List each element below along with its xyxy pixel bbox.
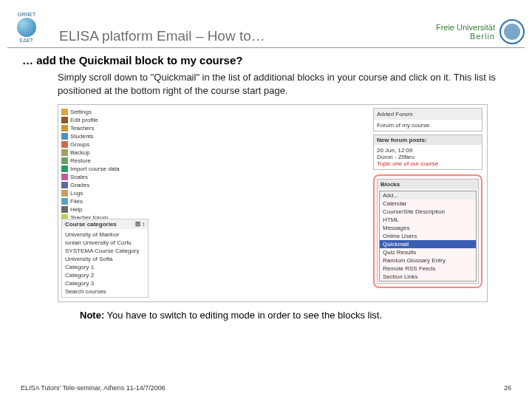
- admin-menu: SettingsEdit profileTeachersStudentsGrou…: [61, 108, 147, 222]
- admin-item[interactable]: Scales: [61, 173, 147, 181]
- admin-label: Students: [70, 133, 94, 140]
- admin-icon: [61, 190, 68, 197]
- blocks-item[interactable]: Online Users: [380, 232, 476, 240]
- category-item[interactable]: University of Maribor: [65, 231, 145, 239]
- new-posts-body: 20 Jun, 12:09 Doron - Zilfaro Topic one …: [374, 145, 482, 169]
- fu-berlin-logo: Freie Universität Berlin: [436, 19, 525, 44]
- admin-item[interactable]: Grades: [61, 181, 147, 189]
- note-label: Note:: [80, 310, 104, 321]
- admin-icon: [61, 206, 68, 213]
- blocks-item[interactable]: Quiz Results: [380, 248, 476, 256]
- admin-icon: [61, 157, 68, 164]
- categories-title: Course categories: [65, 221, 117, 228]
- admin-item[interactable]: Students: [61, 132, 147, 140]
- admin-label: Logs: [70, 190, 83, 197]
- category-item[interactable]: Category 3: [65, 279, 145, 287]
- admin-icon: [61, 174, 68, 180]
- blocks-item-quickmail[interactable]: Quickmail: [380, 240, 476, 248]
- admin-label: Import course data: [70, 166, 120, 172]
- category-item[interactable]: Search courses: [65, 287, 145, 296]
- category-item[interactable]: Category 2: [65, 271, 145, 279]
- admin-icon: [61, 125, 68, 132]
- added-forum-body: Forum of my course: [374, 120, 482, 131]
- added-forum-title: Added Forum: [374, 109, 482, 120]
- blocks-item[interactable]: Section Links: [380, 273, 476, 281]
- admin-item[interactable]: Restore: [61, 157, 147, 165]
- admin-icon: [61, 141, 68, 148]
- right-column: Added Forum Forum of my course New forum…: [373, 108, 482, 288]
- new-posts-box: New forum posts: 20 Jun, 12:09 Doron - Z…: [373, 134, 482, 170]
- admin-icon: [61, 198, 68, 205]
- category-item[interactable]: SYSTEMA Course Category: [65, 247, 145, 255]
- blocks-selected-wrap[interactable]: Quickmail: [380, 240, 476, 248]
- admin-label: Backup: [70, 149, 90, 156]
- admin-label: Help: [70, 206, 82, 213]
- added-forum-box: Added Forum Forum of my course: [373, 108, 482, 132]
- page-title: ELISA platform Email – How to…: [59, 28, 436, 44]
- categories-controls: ☒ ↕: [135, 221, 145, 228]
- section-subtitle: … add the Quickmail block to my course?: [22, 54, 510, 66]
- slide-content: … add the Quickmail block to my course? …: [0, 48, 532, 321]
- blocks-highlight: Blocks Add... CalendarCourse/Site Descri…: [373, 174, 482, 288]
- admin-label: Grades: [70, 182, 89, 188]
- fu-text: Freie Universität Berlin: [436, 23, 495, 41]
- category-item[interactable]: University of Sofia: [65, 255, 145, 263]
- admin-icon: [61, 133, 68, 140]
- admin-icon: [61, 109, 68, 115]
- admin-label: Teachers: [70, 125, 94, 132]
- blocks-title: Blocks: [378, 180, 478, 189]
- blocks-item[interactable]: Remote RSS Feeds: [380, 265, 476, 273]
- admin-icon: [61, 182, 68, 188]
- note-text: You have to switch to editing mode in or…: [104, 310, 382, 321]
- seal-icon: [499, 19, 525, 44]
- blocks-panel: Blocks Add... CalendarCourse/Site Descri…: [377, 179, 479, 284]
- categories-list: University of MariborIonian University o…: [62, 229, 148, 297]
- course-categories-box: Course categories ☒ ↕ University of Mari…: [61, 219, 149, 298]
- admin-icon: [61, 117, 68, 123]
- category-item[interactable]: Ionian University of Corfu: [65, 239, 145, 247]
- admin-icon: [61, 149, 68, 156]
- admin-item[interactable]: Files: [61, 197, 147, 205]
- admin-label: Settings: [70, 109, 92, 115]
- admin-item[interactable]: Help: [61, 205, 147, 214]
- new-posts-title: New forum posts:: [374, 135, 482, 145]
- blocks-list[interactable]: CalendarCourse/Site DescriptionHTMLMessa…: [380, 200, 476, 240]
- blocks-item[interactable]: Messages: [380, 224, 476, 232]
- blocks-add-label[interactable]: Add...: [380, 191, 476, 200]
- blocks-item[interactable]: HTML: [380, 216, 476, 224]
- globe-icon: [17, 18, 36, 37]
- admin-icon: [61, 166, 68, 172]
- admin-item[interactable]: Groups: [61, 140, 147, 149]
- blocks-item[interactable]: Course/Site Description: [380, 208, 476, 216]
- admin-label: Groups: [70, 141, 89, 148]
- blocks-list-cont[interactable]: Quiz ResultsRandom Glossary EntryRemote …: [380, 248, 476, 281]
- grnet-logo: GRNET ΕΔΕΤ: [7, 7, 46, 47]
- blocks-item[interactable]: Calendar: [380, 200, 476, 208]
- note-line: Note: You have to switch to editing mode…: [22, 310, 510, 321]
- blocks-item[interactable]: Random Glossary Entry: [380, 256, 476, 265]
- admin-item[interactable]: Edit profile: [61, 116, 147, 124]
- admin-label: Edit profile: [70, 117, 98, 123]
- admin-label: Scales: [70, 174, 88, 180]
- admin-item[interactable]: Backup: [61, 149, 147, 157]
- moodle-screenshot: SettingsEdit profileTeachersStudentsGrou…: [58, 104, 488, 302]
- admin-label: Restore: [70, 157, 91, 164]
- category-item[interactable]: Category 1: [65, 263, 145, 271]
- admin-item[interactable]: Logs: [61, 189, 147, 197]
- admin-item[interactable]: Teachers: [61, 124, 147, 132]
- footer-page-number: 26: [504, 384, 511, 392]
- grnet-text: GRNET: [18, 12, 36, 17]
- edet-text: ΕΔΕΤ: [20, 38, 33, 43]
- footer-left: ELISA Tutors' Tele-seminar, Athens 11-14…: [21, 384, 166, 392]
- slide-footer: ELISA Tutors' Tele-seminar, Athens 11-14…: [0, 384, 532, 392]
- admin-label: Files: [70, 198, 83, 205]
- admin-item[interactable]: Settings: [61, 108, 147, 116]
- intro-text: Simply scroll down to "Quickmail" in the…: [22, 71, 510, 97]
- slide-header: GRNET ΕΔΕΤ ELISA platform Email – How to…: [0, 0, 532, 47]
- admin-item[interactable]: Import course data: [61, 165, 147, 173]
